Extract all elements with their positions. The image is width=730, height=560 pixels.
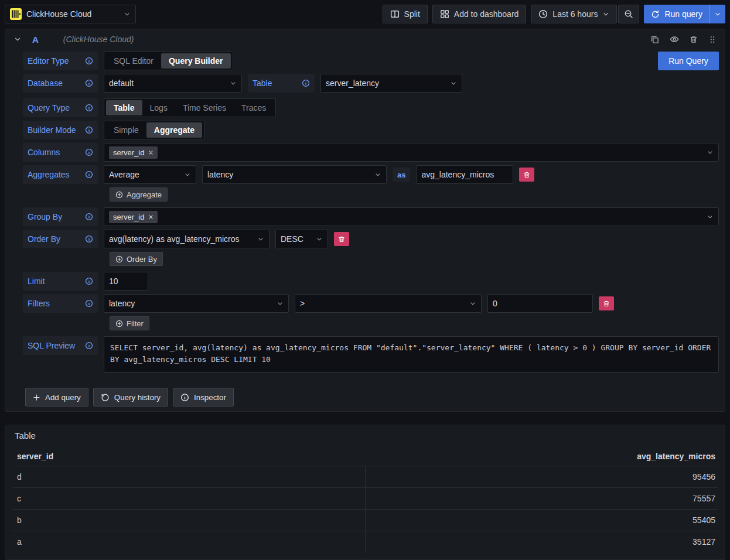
info-icon[interactable] (85, 277, 93, 285)
field-row-limit: Limit (23, 272, 719, 291)
run-query-options-button[interactable] (709, 5, 725, 23)
apps-grid-icon (440, 9, 449, 19)
disable-query-button[interactable] (670, 35, 679, 44)
column-header-avg-latency[interactable]: avg_latency_micros (366, 452, 715, 461)
order-by-direction-select[interactable]: DESC (275, 230, 328, 248)
filter-column-select[interactable]: latency (104, 294, 289, 313)
run-query-split-button: Run query (644, 5, 725, 23)
chevron-down-icon (277, 300, 284, 307)
toolbar-actions: Split Add to dashboard Last 6 hours (383, 5, 725, 23)
cell-avg-latency: 55405 (365, 510, 718, 531)
run-query-button[interactable]: Run query (644, 5, 709, 23)
aggregate-function-select[interactable]: Average (104, 165, 196, 184)
table-label: Table (248, 74, 315, 93)
info-icon[interactable] (85, 104, 93, 112)
time-range-button[interactable]: Last 6 hours (531, 5, 617, 23)
add-filter-button[interactable]: Filter (110, 316, 149, 330)
info-icon[interactable] (85, 235, 93, 243)
info-icon[interactable] (85, 342, 93, 350)
builder-mode-option-aggregate[interactable]: Aggregate (146, 122, 202, 138)
info-icon[interactable] (85, 299, 93, 308)
remove-aggregate-button[interactable] (519, 168, 534, 182)
chevron-down-icon (714, 11, 721, 18)
trash-icon (523, 171, 530, 179)
query-builder-body: Editor Type SQL Editor Query Builder Run… (5, 49, 725, 411)
database-select[interactable]: default (104, 74, 242, 93)
info-icon[interactable] (85, 148, 93, 156)
query-type-option-traces[interactable]: Traces (234, 100, 274, 115)
sync-icon (651, 10, 660, 19)
drag-handle[interactable] (708, 35, 717, 44)
builder-mode-option-simple[interactable]: Simple (106, 122, 146, 138)
aggregate-alias-input[interactable] (416, 165, 513, 184)
run-query-label: Run query (664, 9, 702, 19)
split-button[interactable]: Split (383, 5, 428, 23)
builder-mode-label: Builder Mode (23, 121, 98, 139)
chevron-down-icon (374, 171, 381, 178)
group-by-chip: server_id (109, 211, 158, 223)
cell-server-id: b (12, 510, 365, 531)
filters-label: Filters (23, 294, 98, 313)
info-icon[interactable] (85, 126, 93, 134)
field-row-aggregates: Aggregates Average latency as (23, 165, 719, 184)
time-range-label: Last 6 hours (552, 9, 598, 19)
filter-value-input[interactable] (487, 294, 593, 313)
cell-avg-latency: 35127 (365, 531, 718, 552)
table-row: d 95456 (12, 466, 718, 487)
datasource-picker[interactable]: ClickHouse Cloud (5, 5, 136, 23)
chevron-down-icon (184, 171, 191, 178)
table-header-row: server_id avg_latency_micros (12, 447, 718, 466)
limit-label: Limit (23, 272, 98, 291)
database-label: Database (23, 74, 98, 93)
remove-order-by-button[interactable] (334, 232, 349, 246)
sql-preview-text: SELECT server_id, avg(latency) as avg_la… (104, 336, 719, 373)
table-select[interactable]: server_latency (320, 74, 462, 93)
aggregate-column-select[interactable]: latency (202, 165, 387, 184)
duplicate-query-button[interactable] (650, 35, 659, 44)
filter-operator-select[interactable]: > (295, 294, 482, 313)
time-zoom-out-button[interactable] (618, 5, 639, 23)
add-query-button[interactable]: Add query (25, 388, 88, 407)
info-icon[interactable] (85, 170, 93, 179)
columns-multiselect[interactable]: server_id (104, 143, 719, 162)
query-history-button[interactable]: Query history (93, 388, 168, 407)
query-type-option-table[interactable]: Table (106, 100, 142, 115)
editor-type-option-sql[interactable]: SQL Editor (106, 53, 161, 69)
limit-input[interactable] (104, 272, 148, 291)
query-row-header: A (ClickHouse Cloud) (5, 29, 725, 49)
remove-filter-button[interactable] (599, 296, 614, 310)
add-order-by-button[interactable]: Order By (110, 252, 163, 266)
copy-icon (650, 35, 659, 44)
remove-chip-button[interactable] (148, 214, 153, 220)
search-minus-icon (624, 9, 633, 19)
query-ref-id: A (32, 35, 39, 45)
remove-query-button[interactable] (690, 35, 698, 44)
chevron-down-icon (450, 80, 457, 87)
datasource-name: ClickHouse Cloud (26, 9, 91, 19)
plus-icon (33, 394, 40, 401)
order-by-field-select[interactable]: avg(latency) as avg_latency_micros (104, 230, 270, 248)
editor-type-option-builder[interactable]: Query Builder (161, 53, 231, 69)
trash-icon (690, 35, 698, 44)
info-icon[interactable] (302, 79, 310, 87)
field-row-builder-mode: Builder Mode Simple Aggregate (23, 121, 719, 139)
add-to-dashboard-button[interactable]: Add to dashboard (432, 5, 527, 23)
chevron-down-icon (469, 300, 476, 307)
table-row: b 55405 (12, 509, 718, 531)
query-type-option-timeseries[interactable]: Time Series (175, 100, 234, 115)
chevron-down-icon (124, 11, 131, 18)
column-header-server-id[interactable]: server_id (17, 452, 366, 461)
add-aggregate-button[interactable]: Aggregate (110, 187, 168, 202)
chevron-down-icon (230, 80, 237, 87)
info-icon[interactable] (85, 57, 93, 65)
group-by-multiselect[interactable]: server_id (104, 207, 719, 226)
collapse-query-button[interactable] (13, 35, 22, 43)
query-type-option-logs[interactable]: Logs (142, 100, 175, 115)
info-icon[interactable] (85, 213, 93, 221)
remove-chip-button[interactable] (148, 150, 153, 155)
inspector-button[interactable]: Inspector (173, 388, 234, 407)
info-icon[interactable] (85, 79, 93, 87)
run-query-inline-button[interactable]: Run Query (658, 52, 719, 70)
trash-icon (603, 300, 610, 308)
chevron-down-icon (316, 235, 323, 243)
